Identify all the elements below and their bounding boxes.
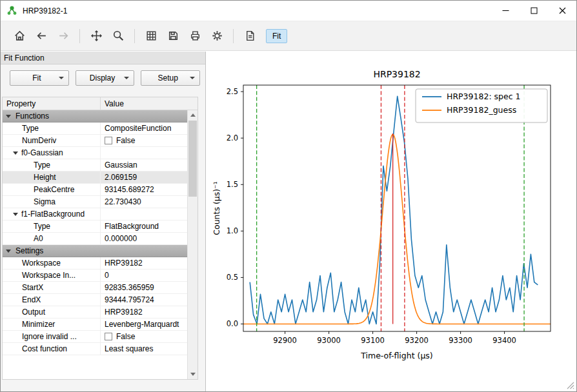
property-cell[interactable]: PeakCentre	[3, 184, 101, 195]
value-cell[interactable]: 0.000000	[101, 233, 187, 244]
property-cell[interactable]: Workspace	[3, 257, 101, 269]
prop-row-a0[interactable]: A00.000000	[3, 233, 187, 245]
table-scrollbar[interactable]	[187, 110, 197, 379]
value-cell[interactable]: False	[101, 135, 187, 146]
value-cell[interactable]: Levenberg-Marquardt	[101, 318, 187, 330]
collapse-icon[interactable]	[6, 115, 11, 118]
fit-plot-canvas[interactable]: 9290093000931009320093300934000.00.51.01…	[211, 66, 567, 369]
chevron-down-icon	[124, 77, 129, 79]
svg-text:2.5: 2.5	[227, 87, 238, 96]
property-cell[interactable]: Ignore invalid ...	[3, 331, 101, 342]
pan-icon[interactable]	[89, 29, 103, 43]
fit-menu-bar: Fit Display Setup	[1, 64, 205, 86]
maximize-button[interactable]	[520, 1, 548, 21]
property-cell[interactable]: Height	[3, 172, 101, 183]
property-cell[interactable]: Type	[3, 220, 101, 232]
chevron-down-icon	[190, 77, 195, 79]
panel-title: Fit Function	[1, 52, 205, 64]
x-axis-label: Time-of-flight (µs)	[360, 351, 433, 360]
value-cell[interactable]: False	[101, 331, 187, 342]
value-cell[interactable]: HRP39182	[101, 257, 187, 269]
value-cell[interactable]: 93444.795724	[101, 294, 187, 306]
zoom-icon[interactable]	[111, 29, 125, 43]
svg-text:2.0: 2.0	[227, 133, 238, 142]
checkbox-label: False	[116, 136, 135, 145]
collapse-icon[interactable]	[13, 152, 18, 155]
scrollbar-thumb[interactable]	[188, 121, 197, 197]
home-icon[interactable]	[12, 29, 26, 43]
property-cell[interactable]: Type	[3, 122, 101, 134]
property-cell[interactable]: Type	[3, 159, 101, 171]
property-cell[interactable]: A0	[3, 233, 101, 244]
setup-menu-button[interactable]: Setup	[141, 70, 200, 86]
value-cell[interactable]: HRP39182	[101, 306, 187, 318]
prop-row-numderiv[interactable]: NumDerivFalse	[3, 135, 187, 147]
value-cell[interactable]: 22.730430	[101, 196, 187, 208]
value-cell[interactable]: CompositeFunction	[101, 122, 187, 134]
plot-panel: 9290093000931009320093300934000.00.51.01…	[206, 52, 576, 391]
settings-gear-icon[interactable]	[210, 29, 224, 43]
property-cell[interactable]: StartX	[3, 282, 101, 293]
svg-text:92900: 92900	[273, 336, 297, 345]
group-cell[interactable]: f0-Gaussian	[3, 147, 101, 159]
fit-toolbar-button[interactable]: Fit	[266, 29, 287, 43]
prop-row-peakcentre[interactable]: PeakCentre93145.689272	[3, 184, 187, 196]
toolbar-separator	[233, 29, 234, 43]
forward-icon[interactable]	[56, 29, 70, 43]
prop-row-minimizer[interactable]: MinimizerLevenberg-Marquardt	[3, 318, 187, 331]
checkbox[interactable]	[105, 137, 112, 144]
prop-row-f0-gaussian[interactable]: f0-Gaussian	[3, 147, 187, 159]
value-cell[interactable]: FlatBackground	[101, 220, 187, 232]
prop-row-cost-function[interactable]: Cost functionLeast squares	[3, 343, 187, 355]
grid-icon[interactable]	[144, 29, 158, 43]
resize-grip[interactable]	[565, 380, 574, 389]
minimize-button[interactable]	[491, 1, 520, 21]
property-cell[interactable]: Minimizer	[3, 318, 101, 330]
main-area: Fit Function Fit Display Setup Property	[1, 52, 576, 391]
script-icon[interactable]	[243, 29, 257, 43]
property-cell[interactable]: Cost function	[3, 343, 101, 355]
print-icon[interactable]	[188, 29, 202, 43]
display-menu-button[interactable]: Display	[76, 70, 135, 86]
section-functions[interactable]: Functions	[3, 110, 187, 122]
save-icon[interactable]	[166, 29, 180, 43]
value-cell[interactable]: 92835.365959	[101, 282, 187, 293]
value-cell[interactable]	[101, 208, 187, 220]
value-cell[interactable]	[101, 147, 187, 159]
value-cell[interactable]: Least squares	[101, 343, 187, 355]
prop-row-output[interactable]: OutputHRP39182	[3, 306, 187, 318]
property-cell[interactable]: EndX	[3, 294, 101, 306]
scroll-up-icon[interactable]	[188, 110, 197, 120]
prop-row-f1-flatbackground[interactable]: f1-FlatBackground	[3, 208, 187, 220]
collapse-icon[interactable]	[6, 250, 11, 253]
value-cell[interactable]: Gaussian	[101, 159, 187, 171]
legend-entry: HRP39182_guess	[447, 105, 516, 115]
value-cell[interactable]: 0	[101, 270, 187, 281]
prop-row-type[interactable]: TypeCompositeFunction	[3, 122, 187, 135]
prop-row-ignore-invalid[interactable]: Ignore invalid ...False	[3, 331, 187, 343]
scroll-down-icon[interactable]	[188, 369, 197, 379]
close-button[interactable]	[548, 1, 576, 21]
value-cell[interactable]: 2.069159	[101, 172, 187, 183]
prop-row-endx[interactable]: EndX93444.795724	[3, 294, 187, 306]
section-settings[interactable]: Settings	[3, 245, 187, 257]
prop-row-sigma[interactable]: Sigma22.730430	[3, 196, 187, 208]
prop-row-workspace-in[interactable]: Workspace In...0	[3, 270, 187, 282]
property-cell[interactable]: Output	[3, 306, 101, 318]
property-cell[interactable]: Sigma	[3, 196, 101, 208]
fit-menu-button[interactable]: Fit	[10, 70, 69, 86]
prop-row-type[interactable]: TypeGaussian	[3, 159, 187, 172]
prop-row-height[interactable]: Height2.069159	[3, 172, 187, 184]
collapse-icon[interactable]	[13, 213, 18, 216]
back-icon[interactable]	[34, 29, 48, 43]
prop-row-type[interactable]: TypeFlatBackground	[3, 220, 187, 233]
property-cell[interactable]: NumDeriv	[3, 135, 101, 146]
group-cell[interactable]: f1-FlatBackground	[3, 208, 101, 220]
fit-function-panel: Fit Function Fit Display Setup Property	[1, 52, 206, 391]
prop-row-workspace[interactable]: WorkspaceHRP39182	[3, 257, 187, 270]
checkbox[interactable]	[105, 333, 112, 340]
property-cell[interactable]: Workspace In...	[3, 270, 101, 281]
prop-row-startx[interactable]: StartX92835.365959	[3, 282, 187, 294]
value-cell[interactable]: 93145.689272	[101, 184, 187, 195]
svg-text:1.0: 1.0	[227, 226, 238, 235]
